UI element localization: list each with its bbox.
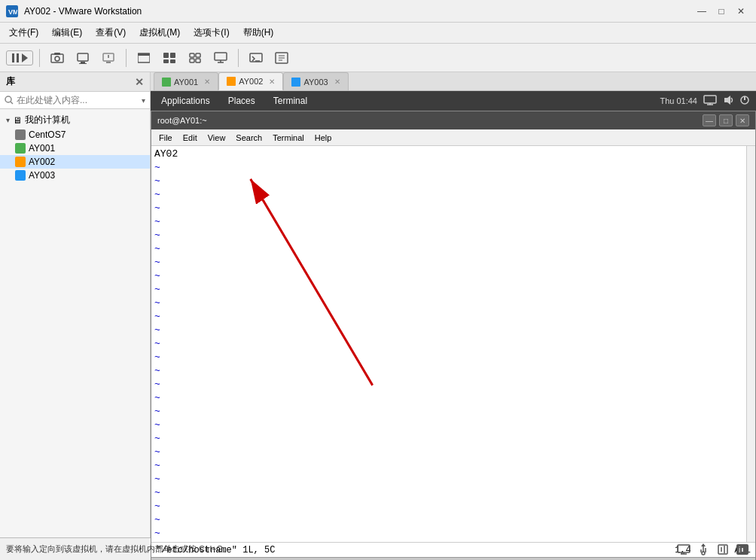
terminal-menu-search[interactable]: Search [231,132,267,144]
tree-label-ay003: AY003 [29,170,55,181]
guest-menu-applications[interactable]: Applications [157,94,215,108]
vim-tilde-27: ~ [154,513,743,527]
toolbar-suspend[interactable] [72,47,94,68]
guest-network-icon [703,95,717,107]
vim-tilde-17: ~ [154,378,743,391]
terminal-tab-bar: $_ root@AY01:~ 1 / 4 [151,557,755,560]
terminal-menu-file[interactable]: File [154,132,177,144]
svg-rect-9 [81,62,85,63]
tree-label-ay002: AY002 [29,157,55,167]
svg-rect-35 [704,96,716,103]
terminal-menu-edit[interactable]: Edit [178,132,202,144]
svg-rect-2 [12,53,14,62]
sidebar-close-button[interactable]: ✕ [135,76,144,88]
search-input[interactable] [17,95,139,105]
status-audio-icon[interactable] [715,543,730,556]
svg-rect-6 [54,53,60,55]
terminal-close-button[interactable]: ✕ [736,114,749,126]
tab-close-ay002[interactable]: ✕ [269,78,275,86]
vim-tilde-22: ~ [154,446,743,459]
vm-icon-ay003 [15,170,26,181]
status-usb-icon[interactable] [696,543,711,556]
svg-point-7 [55,56,59,61]
sidebar: 库 ✕ ▾ ▾ 🖥 我的计算机 CentOS7 AY001 [0,72,151,537]
guest-menu-places[interactable]: Places [224,94,260,108]
svg-marker-4 [22,53,28,62]
search-icon [5,96,14,105]
close-button[interactable]: ✕ [732,4,750,19]
vm-tab-ay002[interactable]: AY002 ✕ [218,72,283,90]
terminal-menu-view[interactable]: View [203,132,230,144]
terminal-menu-help[interactable]: Help [310,132,337,144]
toolbar-snapshot[interactable] [46,47,69,68]
svg-point-52 [702,552,705,555]
tree-item-centos7[interactable]: CentOS7 [0,128,150,142]
tree-root[interactable]: ▾ 🖥 我的计算机 [0,112,150,128]
tree-item-ay003[interactable]: AY003 [0,169,150,182]
terminal-maximize-button[interactable]: □ [719,114,733,126]
menu-tabs[interactable]: 选项卡(I) [187,23,235,42]
guest-menu-terminal[interactable]: Terminal [269,94,312,108]
terminal-menu-terminal[interactable]: Terminal [268,132,309,144]
svg-rect-23 [196,59,200,62]
sidebar-search-box[interactable]: ▾ [0,92,150,109]
separator-2 [126,49,127,67]
svg-rect-20 [190,53,194,57]
guest-volume-icon [723,95,733,107]
content-area: AY001 ✕ AY002 ✕ AY003 ✕ Applications Pla… [151,72,756,537]
svg-text:VM: VM [8,8,17,16]
menu-help[interactable]: 帮助(H) [237,23,280,42]
vm-tab-ay001[interactable]: AY001 ✕ [154,72,218,90]
menu-vm[interactable]: 虚拟机(M) [133,23,186,42]
pause-button[interactable] [6,50,33,65]
terminal-minimize-button[interactable]: — [703,114,716,126]
vim-tilde-9: ~ [154,269,743,283]
tree-item-ay002[interactable]: AY002 [0,155,150,169]
svg-rect-10 [79,63,87,64]
menu-view[interactable]: 查看(V) [90,23,132,42]
computer-icon: 🖥 [13,115,22,126]
toolbar-fullscreen[interactable] [133,47,155,68]
menu-file[interactable]: 文件(F) [3,23,44,42]
separator-3 [238,49,239,67]
window-controls: — □ ✕ [693,4,750,19]
vim-tilde-19: ~ [154,405,743,418]
status-message: 要将输入定向到该虚拟机，请在虚拟机内部单击或按 Ctrl+G。 [6,543,231,555]
toolbar-settings[interactable] [270,47,293,68]
vim-tilde-2: ~ [154,175,743,188]
svg-rect-8 [78,53,88,61]
status-info-icon[interactable]: i [735,543,750,556]
toolbar-power[interactable] [97,47,120,68]
tab-close-ay001[interactable]: ✕ [204,78,210,86]
toolbar-unity[interactable] [158,47,181,68]
vim-tilde-5: ~ [154,215,743,229]
terminal-title-bar: root@AY01:~ — □ ✕ [151,111,755,129]
status-network-icon[interactable] [676,543,691,556]
tab-label-ay003: AY003 [303,78,328,87]
vim-editor-area[interactable]: AY02 ~ ~ ~ ~ ~ ~ ~ ~ ~ ~ ~ ~ ~ ~ [151,146,755,542]
vm-icon-centos7 [15,129,26,140]
maximize-button[interactable]: □ [712,4,730,19]
menu-bar: 文件(F) 编辑(E) 查看(V) 虚拟机(M) 选项卡(I) 帮助(H) [0,23,756,44]
vm-tabs: AY001 ✕ AY002 ✕ AY003 ✕ [151,72,756,91]
svg-marker-38 [724,96,730,105]
vim-tilde-4: ~ [154,202,743,215]
minimize-button[interactable]: — [693,4,711,19]
vm-tab-ay003[interactable]: AY003 ✕ [283,72,348,90]
terminal-title-controls: — □ ✕ [703,114,749,126]
menu-edit[interactable]: 编辑(E) [46,23,88,42]
svg-rect-45 [678,545,690,552]
search-dropdown-icon[interactable]: ▾ [142,96,145,105]
vim-tilde-14: ~ [154,337,743,351]
guest-time: Thu 01:44 [660,96,697,105]
toolbar-monitor[interactable] [209,47,232,68]
tab-close-ay003[interactable]: ✕ [334,78,340,86]
title-bar: VM AY002 - VMware Workstation — □ ✕ [0,0,756,23]
vim-scrollbar[interactable] [746,146,755,542]
toolbar-view2[interactable] [184,47,206,68]
tree-item-ay001[interactable]: AY001 [0,142,150,155]
vm-guest-area[interactable]: Applications Places Terminal Thu 01:44 [151,91,756,560]
toolbar-console[interactable] [245,47,267,68]
vim-tilde-23: ~ [154,459,743,473]
vim-tilde-13: ~ [154,324,743,337]
